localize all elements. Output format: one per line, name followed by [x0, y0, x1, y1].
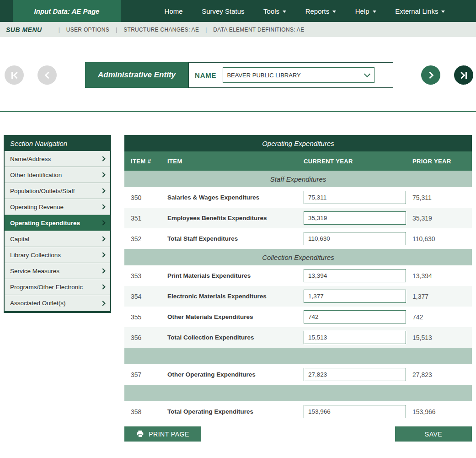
horizontal-divider: [0, 111, 476, 112]
nav-item-label: Survey Status: [202, 7, 244, 15]
chevron-down-icon: [364, 70, 370, 77]
table-column-header: ITEM # ITEM CURRENT YEAR PRIOR YEAR: [124, 151, 472, 171]
sub-menu-bar: SUB MENU | USER OPTIONS | STRUCTURE CHAN…: [0, 22, 476, 37]
item-number: 354: [124, 293, 167, 300]
sub-menu-title: SUB MENU: [6, 26, 42, 33]
sidebar-item-library-collections[interactable]: Library Collections: [5, 247, 110, 263]
sidebar-item-service-measures[interactable]: Service Measures: [5, 263, 110, 279]
entity-name-select[interactable]: BEAVER PUBLIC LIBRARY: [223, 67, 374, 83]
item-name: Electronic Materials Expenditures: [167, 293, 304, 300]
next-page-button[interactable]: [421, 65, 440, 85]
current-year-input-358[interactable]: [304, 405, 406, 418]
first-page-button[interactable]: [5, 65, 24, 85]
submenu-item-user-options[interactable]: USER OPTIONS: [66, 27, 109, 33]
separator: |: [59, 27, 60, 33]
sidebar-item-label: Operating Revenue: [10, 204, 64, 210]
caret-down-icon: [441, 11, 445, 13]
submenu-item-structure-changes[interactable]: STRUCTURE CHANGES: AE: [123, 27, 199, 33]
section-spacer: [124, 348, 472, 364]
table-row: 350 Salaries & Wages Expenditures 75,311: [124, 187, 472, 208]
nav-item-survey-status[interactable]: Survey Status: [202, 7, 244, 15]
prior-year-value: 35,319: [412, 215, 472, 222]
separator: |: [205, 27, 207, 33]
chevron-right-icon: [100, 172, 105, 177]
nav-item-tools[interactable]: Tools: [263, 7, 286, 15]
nav-item-external-links[interactable]: External Links: [395, 7, 445, 15]
prev-page-button[interactable]: [37, 65, 57, 85]
current-year-input-351[interactable]: [304, 211, 406, 225]
chevron-left-icon: [46, 73, 49, 78]
current-year-input-353[interactable]: [304, 269, 406, 282]
column-header-item: ITEM: [167, 158, 304, 165]
chevron-right-icon: [100, 268, 105, 273]
submenu-item-data-element-definitions[interactable]: DATA ELEMENT DEFINITIONS: AE: [213, 27, 304, 33]
prior-year-value: 27,823: [412, 371, 472, 378]
save-label: SAVE: [425, 431, 442, 438]
item-name: Total Operating Expenditures: [167, 408, 304, 415]
item-name: Print Materials Expenditures: [167, 272, 304, 279]
item-number: 352: [124, 235, 167, 242]
separator: |: [116, 27, 117, 33]
column-header-item-number: ITEM #: [124, 158, 167, 165]
sidebar-item-operating-revenue[interactable]: Operating Revenue: [5, 199, 110, 215]
item-name: Total Collection Expenditures: [167, 334, 304, 341]
sidebar-item-population-outlets-staff[interactable]: Population/Outlets/Staff: [5, 183, 110, 199]
entity-name-box: NAME BEAVER PUBLIC LIBRARY: [188, 62, 393, 88]
sidebar-item-label: Population/Outlets/Staff: [10, 188, 75, 194]
last-page-button[interactable]: [454, 65, 473, 85]
chevron-right-icon: [100, 220, 105, 225]
chevron-right-icon: [100, 204, 105, 209]
column-header-prior-year: PRIOR YEAR: [412, 158, 472, 165]
nav-item-label: Home: [165, 7, 183, 15]
current-year-input-354[interactable]: [304, 290, 406, 303]
top-nav-menu: Home Survey Status Tools Reports Help Ex…: [121, 0, 476, 22]
nav-item-help[interactable]: Help: [355, 7, 376, 15]
sidebar-item-label: Name/Address: [10, 156, 51, 162]
current-year-input-357[interactable]: [304, 368, 406, 381]
prior-year-value: 153,966: [412, 408, 472, 415]
nav-item-reports[interactable]: Reports: [305, 7, 337, 15]
sidebar-item-name-address[interactable]: Name/Address: [5, 151, 110, 167]
section-navigation-sidebar: Section Navigation Name/Address Other Id…: [4, 135, 111, 313]
entity-name-selected-value: BEAVER PUBLIC LIBRARY: [227, 72, 300, 79]
current-year-input-352[interactable]: [304, 232, 406, 245]
main-content: Section Navigation Name/Address Other Id…: [0, 135, 476, 442]
table-row: 357 Other Operating Expenditures 27,823: [124, 364, 472, 385]
table-row: 352 Total Staff Expenditures 110,630: [124, 228, 472, 249]
item-number: 356: [124, 334, 167, 341]
chevron-right-icon: [100, 188, 105, 193]
printer-icon: [136, 431, 144, 437]
save-button[interactable]: SAVE: [395, 426, 472, 442]
last-page-icon: [461, 72, 467, 79]
sidebar-item-other-identification[interactable]: Other Identification: [5, 167, 110, 183]
current-year-input-350[interactable]: [304, 191, 406, 204]
sidebar-item-associated-outlets[interactable]: Associated Outlet(s): [5, 295, 110, 311]
current-year-input-355[interactable]: [304, 310, 406, 323]
nav-item-label: Help: [355, 7, 369, 15]
sidebar-item-capital[interactable]: Capital: [5, 231, 110, 247]
chevron-right-icon: [100, 236, 105, 241]
active-page-tab[interactable]: Input Data: AE Page: [13, 0, 121, 22]
table-row: 356 Total Collection Expenditures 15,513: [124, 327, 472, 348]
sidebar-item-programs-other-electronic[interactable]: Programs/Other Electronic: [5, 279, 110, 295]
prior-year-value: 110,630: [412, 235, 472, 242]
section-header-collection-expenditures: Collection Expenditures: [124, 249, 472, 265]
current-year-input-356[interactable]: [304, 331, 406, 344]
operating-expenditures-table: Operating Expenditures ITEM # ITEM CURRE…: [124, 135, 472, 442]
sidebar-item-operating-expenditures[interactable]: Operating Expenditures: [5, 215, 110, 231]
print-page-button[interactable]: PRINT PAGE: [124, 426, 201, 442]
nav-item-home[interactable]: Home: [165, 7, 183, 15]
table-title: Operating Expenditures: [124, 135, 472, 151]
item-name: Total Staff Expenditures: [167, 235, 304, 242]
sidebar-item-label: Operating Expenditures: [10, 220, 80, 226]
item-name: Other Materials Expenditures: [167, 313, 304, 320]
table-row: 358 Total Operating Expenditures 153,966: [124, 401, 472, 422]
sidebar-item-label: Associated Outlet(s): [10, 300, 66, 307]
item-number: 350: [124, 194, 167, 201]
name-label: NAME: [195, 71, 216, 79]
caret-down-icon: [373, 11, 376, 13]
sidebar-item-label: Library Collections: [10, 252, 61, 259]
section-spacer: [124, 385, 472, 401]
prior-year-value: 1,377: [412, 293, 472, 300]
nav-item-label: Reports: [305, 7, 330, 15]
